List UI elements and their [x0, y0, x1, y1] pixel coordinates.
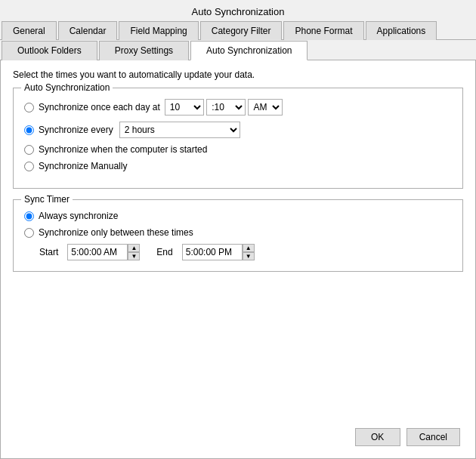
sync-every-row: Synchronize every 15 minutes30 minutes1 … — [24, 122, 452, 138]
end-time-control: 5:00:00 PM ▲ ▼ — [182, 244, 255, 260]
ampm-select[interactable]: AMPM — [248, 99, 283, 116]
sync-once-radio[interactable] — [24, 103, 34, 112]
always-sync-radio[interactable] — [24, 211, 34, 221]
start-time-display: 5:00:00 AM — [67, 244, 128, 260]
hour-minute-controls: 123456789101112 :00:05:10:15:20:25:30:35… — [165, 99, 283, 116]
tab-proxy-settings[interactable]: Proxy Settings — [99, 41, 189, 60]
end-label: End — [156, 247, 172, 257]
tab-general[interactable]: General — [2, 21, 57, 40]
end-down-btn[interactable]: ▼ — [243, 252, 255, 260]
sync-every-select[interactable]: 15 minutes30 minutes1 hour2 hours4 hours… — [119, 122, 240, 138]
start-down-btn[interactable]: ▼ — [128, 252, 140, 260]
end-up-btn[interactable]: ▲ — [243, 244, 255, 252]
description-text: Select the times you want to automatical… — [13, 69, 463, 80]
sync-timer-group: Sync Timer Always synchronize Synchroniz… — [13, 199, 463, 272]
sync-once-label: Synchronize once each day at — [39, 102, 160, 112]
sync-manual-radio[interactable] — [24, 162, 34, 171]
ok-button[interactable]: OK — [355, 428, 400, 446]
sync-manual-label: Synchronize Manually — [39, 161, 127, 171]
cancel-button[interactable]: Cancel — [406, 428, 460, 446]
auto-sync-group: Auto Synchronization Synchronize once ea… — [13, 88, 463, 189]
sync-started-row: Synchronize when the computer is started — [24, 144, 452, 155]
auto-sync-group-title: Auto Synchronization — [21, 82, 113, 93]
sync-between-radio[interactable] — [24, 228, 34, 238]
footer: OK Cancel — [13, 424, 463, 449]
start-time-control: 5:00:00 AM ▲ ▼ — [67, 244, 140, 260]
tab-auto-synchronization[interactable]: Auto Synchronization — [190, 41, 308, 60]
sync-between-row: Synchronize only between these times — [24, 227, 452, 238]
sync-started-radio[interactable] — [24, 145, 34, 155]
tab-phone-format[interactable]: Phone Format — [283, 21, 363, 40]
tab-bar-top: General Calendar Field Mapping Category … — [0, 20, 476, 40]
tab-applications[interactable]: Applications — [366, 21, 437, 40]
start-end-row: Start 5:00:00 AM ▲ ▼ End 5:00:00 PM ▲ ▼ — [39, 244, 452, 260]
sync-once-row: Synchronize once each day at 12345678910… — [24, 99, 452, 116]
hour-select[interactable]: 123456789101112 — [165, 99, 204, 116]
always-sync-row: Always synchronize — [24, 211, 452, 221]
window: Auto Synchronization General Calendar Fi… — [0, 0, 476, 459]
sync-every-label: Synchronize every — [39, 125, 113, 135]
tab-category-filter[interactable]: Category Filter — [200, 21, 283, 40]
end-spinner: ▲ ▼ — [243, 244, 255, 260]
sync-started-label: Synchronize when the computer is started — [39, 144, 207, 155]
start-up-btn[interactable]: ▲ — [128, 244, 140, 252]
sync-timer-group-title: Sync Timer — [21, 194, 73, 205]
window-title: Auto Synchronization — [192, 6, 285, 17]
minute-select[interactable]: :00:05:10:15:20:25:30:35:40:45:50:55 — [206, 99, 246, 116]
start-label: Start — [39, 247, 58, 257]
sync-manual-row: Synchronize Manually — [24, 161, 452, 171]
tab-field-mapping[interactable]: Field Mapping — [119, 21, 198, 40]
content-area: Select the times you want to automatical… — [0, 60, 476, 459]
tab-outlook-folders[interactable]: Outlook Folders — [2, 41, 97, 60]
start-spinner: ▲ ▼ — [128, 244, 140, 260]
tab-calendar[interactable]: Calendar — [58, 21, 118, 40]
end-time-display: 5:00:00 PM — [182, 244, 243, 260]
title-bar: Auto Synchronization — [0, 0, 476, 20]
always-sync-label: Always synchronize — [39, 211, 118, 221]
sync-between-label: Synchronize only between these times — [39, 227, 193, 238]
tab-bar-bottom: Outlook Folders Proxy Settings Auto Sync… — [0, 40, 476, 60]
sync-every-radio[interactable] — [24, 125, 34, 135]
